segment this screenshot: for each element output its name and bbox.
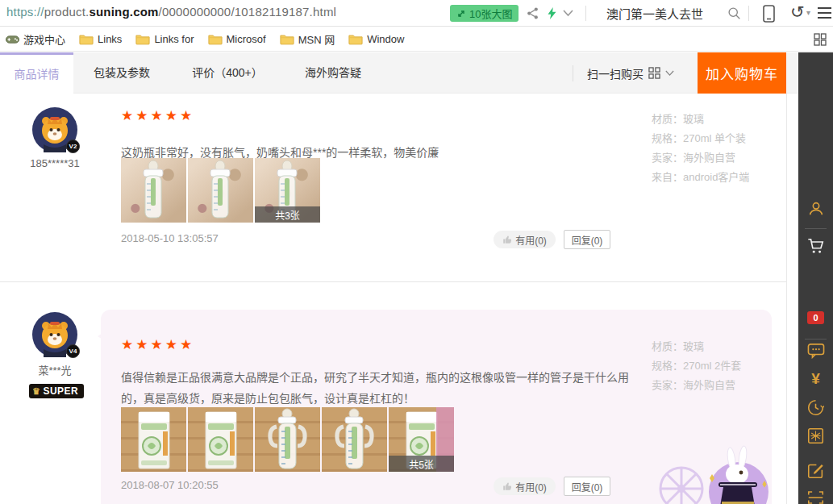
- scan-to-buy[interactable]: 扫一扫购买: [587, 52, 674, 94]
- super-label: SUPER: [43, 385, 78, 397]
- share-icon[interactable]: [526, 6, 539, 20]
- spec-seller: 卖家：海外购自营: [652, 148, 749, 168]
- url-subdomain: product.: [44, 5, 90, 19]
- rail-divider: [805, 339, 827, 339]
- review-text: 值得信赖是正品很满意大品牌是个正品，研究了半天才知道，瓶内的这根像吸管一样的管子…: [121, 367, 643, 409]
- scan-buy-label: 扫一扫购买: [587, 65, 643, 81]
- bookmark-microsof[interactable]: Microsof: [208, 33, 266, 45]
- crown-icon: ♛: [32, 386, 40, 397]
- content-right-border: [786, 94, 787, 504]
- cart-count-badge[interactable]: 0: [807, 311, 824, 324]
- undo-icon[interactable]: ↺: [790, 2, 805, 22]
- review-date: 2018-05-10 13:05:57: [121, 232, 219, 244]
- bookmark-window[interactable]: Window: [348, 33, 404, 45]
- chevron-down-icon[interactable]: [563, 10, 573, 17]
- url-path: /0000000000/10182119187.html: [159, 5, 337, 19]
- feedback-button[interactable]: [798, 462, 833, 479]
- useful-button[interactable]: 有用(0): [494, 477, 556, 495]
- bookmark-label: MSN 网: [298, 31, 335, 47]
- undo-dropdown-caret[interactable]: ▾: [806, 8, 810, 17]
- thumbs-up-icon: [502, 235, 512, 244]
- useful-label: 有用(0): [515, 233, 547, 247]
- spec-source: 来自：android客户端: [652, 168, 749, 187]
- cart-icon: [806, 237, 825, 255]
- review-photo-thumbnail[interactable]: 共5张: [389, 407, 454, 472]
- bookmark-msn[interactable]: MSN 网: [280, 31, 335, 47]
- photo-count-overlay: 共5张: [389, 456, 454, 472]
- price-button[interactable]: ¥: [798, 370, 833, 388]
- folder-icon: [348, 33, 363, 45]
- review-photo-thumbnail[interactable]: [188, 407, 253, 472]
- product-nav: 商品详情 包装及参数 评价（400+） 海外购答疑 扫一扫购买 加入购物车: [0, 52, 833, 94]
- yuan-icon: ¥: [811, 370, 820, 388]
- url-protocol: https://: [6, 5, 44, 19]
- qr-code-icon: [648, 67, 660, 79]
- review-photo-thumbnail[interactable]: [188, 158, 253, 223]
- review-date: 2018-08-07 10:20:55: [121, 479, 219, 491]
- star-rating: ★★★★★: [121, 107, 194, 124]
- url-display[interactable]: https://product.suning.com/0000000000/10…: [6, 5, 336, 19]
- reply-button[interactable]: 回复(0): [564, 477, 610, 496]
- customer-service-button[interactable]: [798, 343, 833, 359]
- folder-icon: [79, 33, 94, 45]
- chevron-down-icon: [665, 70, 674, 77]
- mobile-phone-icon[interactable]: [763, 5, 775, 23]
- scan-frame-icon: [807, 490, 824, 504]
- folder-icon: [135, 33, 150, 45]
- side-toolbar: 购物车 0 ¥: [798, 52, 833, 504]
- coupon-button[interactable]: [798, 427, 833, 444]
- bookmark-links[interactable]: Links: [79, 33, 122, 45]
- rail-divider: [805, 228, 827, 229]
- search-input[interactable]: [606, 4, 727, 23]
- bookmark-game-center[interactable]: 游戏中心: [6, 31, 65, 47]
- history-clock-icon: [807, 399, 824, 416]
- bookmark-label: Microsof: [227, 33, 266, 45]
- cart-label[interactable]: 购物车: [810, 258, 833, 311]
- menu-icon[interactable]: [818, 7, 831, 22]
- thumbs-up-icon: [502, 481, 512, 491]
- tab-package-params[interactable]: 包装及参数: [94, 52, 150, 94]
- review-item: V4 菜***光 ♛ SUPER ★★★★★ 值得信赖是正品很满意大品牌是个正品…: [0, 310, 786, 504]
- scan-button[interactable]: [798, 490, 833, 504]
- big-images-badge[interactable]: 10张大图: [450, 5, 519, 22]
- review-photo-thumbnail[interactable]: [322, 407, 387, 472]
- cart-button[interactable]: [798, 237, 833, 255]
- reply-button[interactable]: 回复(0): [564, 230, 610, 249]
- gamepad-icon: [6, 35, 19, 44]
- bookmark-label: Window: [367, 33, 404, 45]
- history-button[interactable]: [798, 399, 833, 416]
- add-to-cart-button[interactable]: 加入购物车: [698, 52, 786, 94]
- review-photo-thumbnail[interactable]: [121, 158, 186, 223]
- spec-material: 材质：玻璃: [652, 110, 749, 129]
- speech-bubble-tail: [90, 329, 109, 344]
- bookmarks-panel-icon[interactable]: [814, 33, 827, 46]
- vip-level-badge: V2: [66, 140, 80, 153]
- folder-icon: [208, 33, 223, 45]
- chat-icon: [807, 343, 825, 359]
- chrome-divider: [585, 6, 586, 21]
- bookmark-links-for[interactable]: Links for: [135, 33, 194, 45]
- lightning-icon[interactable]: [546, 6, 558, 20]
- spec-material: 材质：玻璃: [652, 337, 741, 356]
- review-photo-thumbnail[interactable]: 共3张: [255, 158, 320, 223]
- edit-pen-icon: [807, 462, 824, 479]
- tab-overseas-qa[interactable]: 海外购答疑: [304, 52, 362, 94]
- useful-button[interactable]: 有用(0): [494, 231, 556, 248]
- tab-reviews[interactable]: 评价（400+）: [190, 52, 264, 94]
- review-photo-thumbnail[interactable]: [121, 407, 186, 472]
- browser-window: https://product.suning.com/0000000000/10…: [0, 0, 833, 504]
- user-account-button[interactable]: [798, 200, 833, 218]
- search-icon[interactable]: [727, 6, 741, 20]
- spec-size: 规格：270ml 单个装: [652, 129, 749, 148]
- review-photos: 共5张: [121, 407, 454, 472]
- coupon-stamp-icon: [807, 427, 824, 444]
- spec-size: 规格：270ml 2件套: [652, 356, 741, 376]
- review-photo-thumbnail[interactable]: [255, 407, 320, 472]
- review-divider: [0, 281, 786, 282]
- useful-label: 有用(0): [515, 480, 547, 494]
- spec-seller: 卖家：海外购自营: [652, 376, 741, 395]
- avatar[interactable]: V2: [32, 107, 77, 152]
- avatar[interactable]: V4: [32, 312, 77, 357]
- bookmark-label: Links for: [154, 33, 194, 45]
- tab-product-detail[interactable]: 商品详情: [0, 52, 73, 94]
